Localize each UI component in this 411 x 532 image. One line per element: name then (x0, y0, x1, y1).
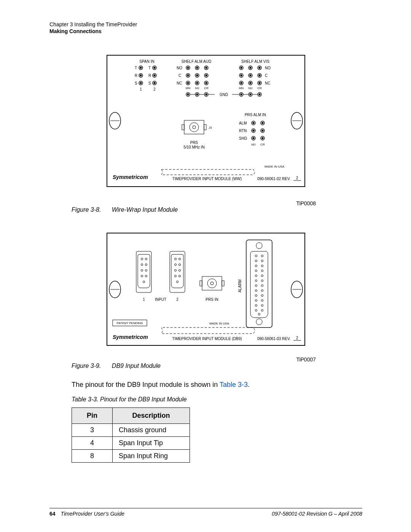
link-table-3-3[interactable]: Table 3-3 (220, 381, 248, 388)
svg-point-38 (187, 75, 189, 76)
svg-text:MADE IN USA: MADE IN USA (264, 165, 285, 168)
wirewrap-panel-diagram: SPAN IN SHELF ALM AUD SHELF ALM VIS T R … (105, 50, 307, 194)
rev-db9: 2 (296, 336, 298, 340)
svg-point-118 (262, 137, 263, 139)
svg-point-114 (262, 130, 263, 131)
tip-code-a: TiP0008 (49, 200, 316, 206)
module-name-ww: TIMEPROVIDER INPUT MODULE (WW) (172, 177, 242, 181)
svg-text:Symmetricom: Symmetricom (113, 334, 148, 340)
svg-text:2: 2 (176, 297, 178, 302)
svg-text:R: R (135, 73, 137, 78)
svg-point-23 (154, 67, 155, 69)
svg-text:PRS ALM IN: PRS ALM IN (245, 113, 266, 117)
svg-text:CR: CR (260, 143, 265, 146)
doc-revision: 097-58001-02 Revision G – April 2008 (272, 511, 362, 517)
svg-text:MJ: MJ (249, 86, 253, 90)
svg-text:CR: CR (204, 86, 209, 90)
svg-text:MADE IN USA: MADE IN USA (209, 322, 229, 325)
figure-3-9: 1 INPUT 2 PRS IN ALARM (49, 228, 362, 369)
module-name-db9: TIMEPROVIDER INPUT MODULE (DB9) (172, 337, 242, 341)
header-chapter: Chapter 3 Installing the TimeProvider (49, 21, 362, 27)
page-number: 64 (49, 511, 56, 517)
svg-text:C: C (178, 73, 181, 78)
rev-ww: 2 (296, 176, 298, 180)
svg-point-21 (140, 82, 142, 84)
svg-rect-124 (107, 233, 305, 345)
svg-point-61 (250, 75, 251, 76)
svg-text:SPAN IN: SPAN IN (139, 59, 154, 64)
svg-point-81 (206, 94, 207, 95)
svg-point-112 (253, 130, 254, 131)
table-3-3: Pin Description 3 Chassis ground 4 Span … (72, 407, 190, 463)
svg-point-19 (140, 75, 142, 76)
svg-text:INPUT: INPUT (155, 297, 166, 302)
table-row: 3 Chassis ground (72, 424, 190, 437)
svg-text:NC: NC (177, 81, 182, 85)
svg-text:NC: NC (265, 81, 270, 85)
partno-db9: 090-58061-03 REV. (257, 337, 290, 341)
svg-point-42 (206, 75, 207, 76)
svg-text:1: 1 (143, 297, 145, 302)
figure-3-8-caption: Figure 3-8. Wire-Wrap Input Module (72, 206, 362, 213)
svg-point-87 (259, 94, 260, 95)
svg-text:NO: NO (265, 66, 271, 70)
svg-point-110 (262, 122, 263, 124)
svg-text:R: R (148, 73, 151, 78)
svg-point-32 (187, 67, 189, 69)
svg-point-34 (196, 67, 198, 69)
db9-panel-diagram: 1 INPUT 2 PRS IN ALARM (105, 228, 307, 350)
svg-point-67 (250, 82, 251, 84)
table-3-3-caption: Table 3-3. Pinout for the DB9 Input Modu… (72, 396, 362, 403)
svg-point-63 (259, 75, 260, 76)
svg-point-53 (241, 67, 242, 69)
svg-point-57 (259, 67, 260, 69)
doc-title: TimeProvider User's Guide (61, 511, 125, 517)
svg-text:PRS IN: PRS IN (206, 297, 218, 302)
svg-text:SHELF ALM VIS: SHELF ALM VIS (241, 59, 269, 64)
partno-ww: 090-58061-02 REV. (257, 177, 290, 181)
header-section: Making Connections (49, 28, 362, 34)
svg-text:Symmetricom: Symmetricom (113, 174, 148, 180)
svg-text:1: 1 (140, 87, 142, 91)
svg-point-27 (154, 82, 155, 84)
svg-point-46 (196, 82, 198, 84)
svg-text:PRS: PRS (190, 141, 198, 145)
svg-point-108 (253, 122, 254, 124)
table-row: 4 Span Input Tip (72, 437, 190, 450)
svg-point-59 (241, 75, 242, 76)
svg-text:S: S (135, 81, 137, 85)
svg-text:T: T (135, 66, 137, 70)
svg-point-40 (196, 75, 198, 76)
svg-point-48 (206, 82, 207, 84)
svg-point-44 (187, 82, 189, 84)
figure-3-8: SPAN IN SHELF ALM AUD SHELF ALM VIS T R … (49, 50, 362, 213)
svg-point-83 (241, 94, 242, 95)
svg-text:T: T (148, 66, 151, 70)
svg-point-85 (250, 94, 251, 95)
svg-text:2: 2 (153, 87, 156, 91)
svg-point-65 (241, 82, 242, 84)
svg-text:5/10 MHz IN: 5/10 MHz IN (183, 145, 205, 149)
svg-text:MJ: MJ (195, 86, 199, 90)
svg-text:J3: J3 (209, 126, 212, 129)
body-sentence: The pinout for the DB9 Input module is s… (72, 380, 362, 389)
svg-text:GND: GND (220, 93, 228, 97)
svg-point-17 (140, 67, 142, 69)
page-footer: 64 TimeProvider User's Guide 097-58001-0… (49, 508, 362, 517)
svg-point-116 (253, 137, 254, 139)
alarm-label: ALARM (238, 280, 242, 292)
th-desc: Description (113, 408, 190, 424)
svg-point-55 (250, 67, 251, 69)
svg-text:ALM: ALM (239, 121, 247, 125)
svg-text:C: C (265, 73, 268, 78)
th-pin: Pin (72, 408, 113, 424)
svg-text:SHELF ALM AUD: SHELF ALM AUD (182, 59, 211, 64)
page-header: Chapter 3 Installing the TimeProvider Ma… (49, 21, 362, 34)
svg-point-69 (259, 82, 260, 84)
svg-point-25 (154, 75, 155, 76)
svg-text:S: S (148, 81, 151, 85)
svg-text:CR: CR (257, 86, 262, 90)
svg-text:MJ: MJ (252, 143, 256, 146)
svg-text:MN: MN (239, 86, 244, 90)
tip-code-b: TiP0007 (49, 356, 316, 363)
